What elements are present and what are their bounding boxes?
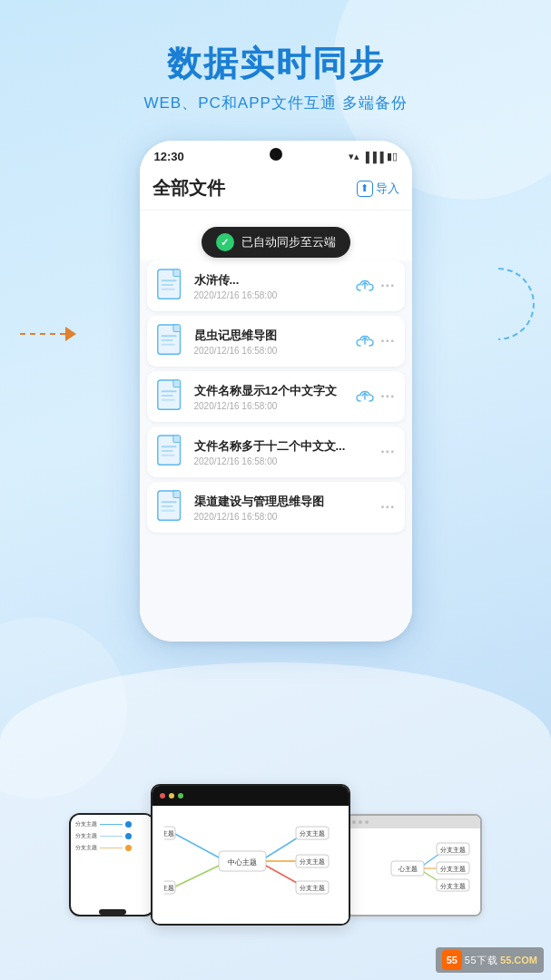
import-icon: ⬆ <box>357 181 373 197</box>
file-info: 文件名称显示12个中文字文 2020/12/16 16:58:00 <box>194 383 349 411</box>
branch-label-3: 分支主题 <box>75 844 97 852</box>
more-menu-icon[interactable]: ··· <box>380 444 395 460</box>
watermark-site: 55下载 <box>465 954 497 967</box>
phone-home-bar <box>99 909 126 915</box>
svg-text:分支主题: 分支主题 <box>164 885 174 891</box>
file-date: 2020/12/16 16:58:00 <box>194 401 349 411</box>
sync-toast: ✓ 已自动同步至云端 <box>202 227 350 258</box>
device-phone: 分支主题 分支主题 分支主题 <box>69 813 155 916</box>
svg-rect-18 <box>161 450 172 452</box>
svg-rect-11 <box>172 380 180 387</box>
file-info: 渠道建设与管理思维导图 2020/12/16 16:58:00 <box>194 494 374 522</box>
window-maximize <box>178 793 183 799</box>
file-info: 文件名称多于十二个中文文... 2020/12/16 16:58:00 <box>194 438 374 466</box>
file-icon <box>156 379 187 414</box>
phone-frame: 12:30 ▾▴ ▐▐▐ ▮▯ 全部文件 ⬆ 导入 ✓ 已自动同步至云端 <box>140 141 412 642</box>
svg-rect-8 <box>161 339 172 341</box>
phone-screen: 分支主题 分支主题 分支主题 <box>71 815 153 906</box>
file-date: 2020/12/16 16:58:00 <box>194 346 349 356</box>
file-name: 水浒传... <box>194 272 349 289</box>
svg-rect-6 <box>172 325 180 332</box>
phone-notch <box>270 148 282 161</box>
monitor-screen: 心主题 分支主题 分支主题 分支主题 <box>348 828 480 915</box>
file-icon <box>156 269 187 303</box>
sync-toast-text: 已自动同步至云端 <box>241 234 336 250</box>
file-item-5[interactable]: 渠道建设与管理思维导图 2020/12/16 16:58:00 ··· <box>147 482 405 533</box>
tablet-titlebar <box>153 786 349 806</box>
phone-time: 12:30 <box>154 150 184 163</box>
file-actions: ··· <box>380 499 395 515</box>
monitor-bar <box>348 816 480 828</box>
svg-rect-24 <box>161 510 174 512</box>
svg-text:分支主题: 分支主题 <box>440 847 466 853</box>
file-actions: ··· <box>355 276 395 296</box>
monitor-mindmap-svg: 心主题 分支主题 分支主题 分支主题 <box>355 836 473 904</box>
file-date: 2020/12/16 16:58:00 <box>194 290 349 300</box>
file-item-4[interactable]: 文件名称多于十二个中文文... 2020/12/16 16:58:00 ··· <box>147 426 405 477</box>
page-subtitle: WEB、PC和APP文件互通 多端备份 <box>0 93 551 113</box>
svg-rect-1 <box>172 270 180 277</box>
file-date: 2020/12/16 16:58:00 <box>194 512 374 522</box>
svg-rect-3 <box>161 284 172 286</box>
more-menu-icon[interactable]: ··· <box>380 278 395 294</box>
sync-check-icon: ✓ <box>216 233 234 251</box>
file-list-title: 全部文件 <box>153 176 225 201</box>
app-header: 全部文件 ⬆ 导入 <box>140 167 412 211</box>
import-button[interactable]: ⬆ 导入 <box>357 181 399 197</box>
mindmap-svg: 中心主题 分支主题 分支主题 分支主题 分支主题 <box>164 815 337 915</box>
wifi-icon: ▾▴ <box>349 151 359 162</box>
svg-rect-19 <box>161 455 174 456</box>
page-title: 数据实时同步 <box>0 44 551 85</box>
cloud-upload-icon <box>355 387 375 407</box>
more-menu-icon[interactable]: ··· <box>380 499 395 515</box>
phone-mockup: 12:30 ▾▴ ▐▐▐ ▮▯ 全部文件 ⬆ 导入 ✓ 已自动同步至云端 <box>140 141 412 642</box>
signal-icon: ▐▐▐ <box>362 152 383 162</box>
svg-rect-22 <box>161 501 176 503</box>
monitor-dot-1 <box>352 820 356 824</box>
branch-row-2: 分支主题 <box>75 832 149 840</box>
svg-rect-16 <box>172 436 180 443</box>
svg-text:分支主题: 分支主题 <box>300 858 325 865</box>
status-icons: ▾▴ ▐▐▐ ▮▯ <box>349 151 397 162</box>
monitor-dot-2 <box>359 820 362 824</box>
svg-rect-14 <box>161 399 174 401</box>
svg-rect-23 <box>161 505 172 507</box>
svg-text:分支主题: 分支主题 <box>440 866 466 872</box>
svg-text:中心主题: 中心主题 <box>228 858 257 867</box>
file-icon <box>156 324 187 358</box>
watermark-logo: 55 <box>442 950 462 970</box>
file-icon <box>156 435 187 469</box>
right-arrow <box>498 268 535 340</box>
file-item-3[interactable]: 文件名称显示12个中文字文 2020/12/16 16:58:00 ··· <box>147 371 405 422</box>
file-name: 昆虫记思维导图 <box>194 328 349 344</box>
branch-label-1: 分支主题 <box>75 820 97 828</box>
svg-rect-9 <box>161 344 174 346</box>
device-tablet: 中心主题 分支主题 分支主题 分支主题 分支主题 <box>151 784 350 926</box>
branch-row-1: 分支主题 <box>75 820 149 828</box>
tablet-screen: 中心主题 分支主题 分支主题 分支主题 分支主题 <box>153 806 349 924</box>
status-bar: 12:30 ▾▴ ▐▐▐ ▮▯ <box>140 141 412 167</box>
svg-line-27 <box>173 833 219 858</box>
svg-text:分支主题: 分支主题 <box>300 885 325 891</box>
window-close <box>160 793 165 799</box>
file-name: 文件名称多于十二个中文文... <box>194 438 374 455</box>
file-list: 水浒传... 2020/12/16 16:58:00 ··· <box>140 260 412 642</box>
file-actions: ··· <box>380 444 395 460</box>
watermark: 55 55下载 55.COM <box>436 947 544 973</box>
svg-rect-17 <box>161 446 176 447</box>
cloud-upload-icon <box>355 276 375 296</box>
svg-rect-4 <box>161 289 174 290</box>
import-label: 导入 <box>376 181 399 197</box>
svg-rect-7 <box>161 335 176 337</box>
file-date: 2020/12/16 16:58:00 <box>194 456 374 466</box>
file-item-2[interactable]: 昆虫记思维导图 2020/12/16 16:58:00 ··· <box>147 316 405 367</box>
file-info: 水浒传... 2020/12/16 16:58:00 <box>194 272 349 300</box>
svg-text:分支主题: 分支主题 <box>300 830 325 837</box>
svg-rect-2 <box>161 279 176 281</box>
svg-rect-12 <box>161 390 176 392</box>
svg-text:分支主题: 分支主题 <box>164 830 174 837</box>
more-menu-icon[interactable]: ··· <box>380 333 395 349</box>
more-menu-icon[interactable]: ··· <box>380 388 395 405</box>
file-item-1[interactable]: 水浒传... 2020/12/16 16:58:00 ··· <box>147 260 405 311</box>
header-section: 数据实时同步 WEB、PC和APP文件互通 多端备份 <box>0 0 551 113</box>
